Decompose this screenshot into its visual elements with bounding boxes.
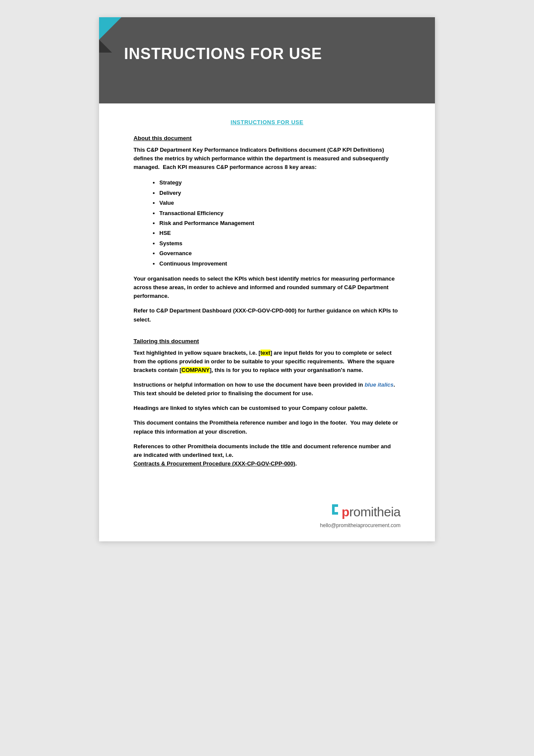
highlight-text: text xyxy=(261,350,270,356)
page-center-title: INSTRUCTIONS FOR USE xyxy=(134,119,400,125)
logo-rest: romitheia xyxy=(349,505,400,519)
about-heading: About this document xyxy=(134,135,400,141)
logo-p-letter: p xyxy=(342,505,349,519)
list-item: Strategy xyxy=(159,178,400,187)
main-content: INSTRUCTIONS FOR USE About this document… xyxy=(99,103,435,491)
header-title: INSTRUCTIONS FOR USE xyxy=(124,45,322,63)
svg-rect-2 xyxy=(332,512,338,515)
list-item: Value xyxy=(159,198,400,208)
about-paragraph-2: Your organisation needs to select the KP… xyxy=(134,275,400,300)
list-item: Continuous Improvement xyxy=(159,259,400,269)
logo-container: promitheia xyxy=(332,504,400,520)
blue-italic-text: blue italics xyxy=(365,381,394,388)
footer: promitheia hello@promitheiaprocurement.c… xyxy=(99,496,435,541)
list-item: Transactional Efficiency xyxy=(159,208,400,218)
about-paragraph-3: Refer to C&P Department Dashboard (XXX-C… xyxy=(134,306,400,324)
list-item: Governance xyxy=(159,248,400,258)
footer-email: hello@promitheiaprocurement.com xyxy=(320,522,400,528)
tailoring-paragraph-5: References to other Promitheia documents… xyxy=(134,442,400,468)
corner-teal-accent xyxy=(99,17,121,40)
list-item: Risk and Performance Management xyxy=(159,218,400,228)
about-paragraph-1: This C&P Department Key Performance Indi… xyxy=(134,146,400,172)
list-item: Delivery xyxy=(159,188,400,198)
logo-icon xyxy=(332,504,342,520)
header-banner: INSTRUCTIONS FOR USE xyxy=(99,17,435,103)
tailoring-paragraph-1: Text highlighted in yellow square bracke… xyxy=(134,349,400,375)
logo-text: promitheia xyxy=(342,505,400,519)
reference-link: Contracts & Procurement Procedure (XXX-C… xyxy=(134,460,295,467)
key-areas-list: Strategy Delivery Value Transactional Ef… xyxy=(159,178,400,269)
tailoring-heading: Tailoring this document xyxy=(134,338,400,344)
highlight-company: COMPANY xyxy=(181,367,209,373)
corner-dark-accent xyxy=(99,40,112,53)
list-item: Systems xyxy=(159,238,400,248)
page: INSTRUCTIONS FOR USE INSTRUCTIONS FOR US… xyxy=(99,17,435,541)
tailoring-paragraph-2: Instructions or helpful information on h… xyxy=(134,381,400,398)
list-item: HSE xyxy=(159,228,400,238)
tailoring-paragraph-4: This document contains the Promitheia re… xyxy=(134,419,400,436)
tailoring-paragraph-3: Headings are linked to styles which can … xyxy=(134,404,400,412)
